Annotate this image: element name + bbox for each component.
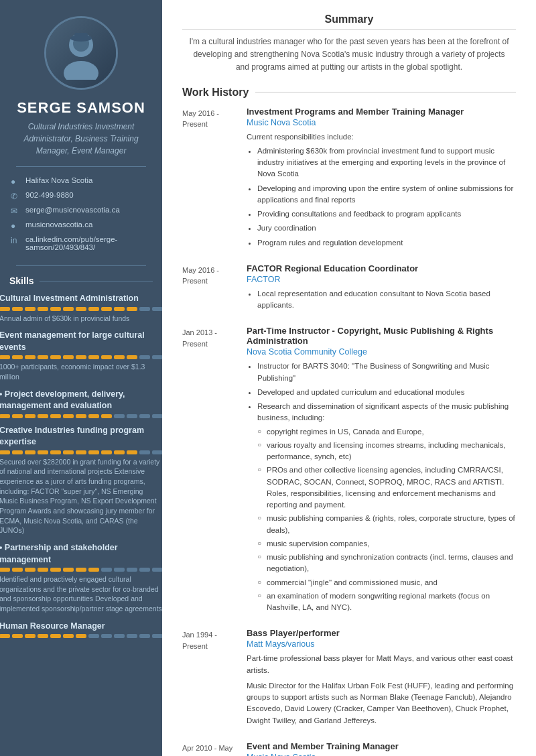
skill-item: • Project development, delivery, managem… bbox=[0, 389, 172, 418]
summary-heading: Summary bbox=[182, 13, 516, 30]
skill-bar-filled bbox=[63, 414, 74, 418]
job-sub-bullet-item: various royalty and licensing incomes st… bbox=[267, 440, 516, 463]
skill-bar-filled bbox=[38, 355, 48, 359]
skill-bar bbox=[0, 450, 163, 454]
skill-name: • Project development, delivery, managem… bbox=[0, 389, 163, 412]
job-bullet-item: Program rules and regulation development bbox=[257, 237, 516, 249]
job-bullets: Instructor for BARTS 3040: "The Business… bbox=[247, 361, 516, 613]
job-extra: Music Director for the Halifax Urban Fol… bbox=[247, 680, 516, 727]
skill-bar-filled bbox=[101, 414, 112, 418]
job-content: Bass Player/performerMatt Mays/variousPa… bbox=[247, 628, 516, 729]
skill-bar-empty bbox=[139, 634, 150, 638]
job-company: Matt Mays/various bbox=[247, 639, 516, 649]
skill-bar-empty bbox=[139, 414, 150, 418]
job-bullet-item: Instructor for BARTS 3040: "The Business… bbox=[257, 361, 516, 384]
skill-bar-empty bbox=[114, 634, 125, 638]
job-company: FACTOR bbox=[247, 275, 516, 284]
skill-description: Annual admin of $630k in provincial fund… bbox=[0, 314, 163, 324]
skill-description: 1000+ participants, economic impact over… bbox=[0, 362, 163, 381]
skill-bar-empty bbox=[139, 450, 150, 454]
skill-bar-filled bbox=[63, 634, 74, 638]
job-content: Part-Time Instructor - Copyright, Music … bbox=[247, 326, 516, 616]
skill-bar-filled bbox=[25, 414, 36, 418]
job-sub-bullet-item: copyright regimes in US, Canada and Euro… bbox=[267, 426, 516, 438]
jobs-list: May 2016 - PresentInvestment Programs an… bbox=[182, 107, 516, 756]
phone-icon: ✆ bbox=[11, 192, 20, 201]
job-content: Investment Programs and Member Training … bbox=[247, 107, 516, 251]
job-bullets: Local representation and education consu… bbox=[247, 288, 516, 312]
job-sub-bullet-item: music publishing and synchronization con… bbox=[267, 552, 516, 575]
skill-bar-filled bbox=[76, 568, 86, 572]
skill-bar-empty bbox=[101, 634, 112, 638]
skill-bar-empty bbox=[88, 634, 99, 638]
skill-bar bbox=[0, 568, 163, 572]
skill-bar-filled bbox=[114, 450, 125, 454]
job-date: Jan 1994 - Present bbox=[182, 628, 236, 729]
skill-bar-filled bbox=[12, 414, 23, 418]
skill-bar-filled bbox=[12, 307, 23, 311]
skill-name: Human Resource Manager bbox=[0, 621, 163, 633]
skill-bar-filled bbox=[76, 414, 86, 418]
skill-bar-empty bbox=[152, 634, 163, 638]
job-date: Apr 2010 - May 2016 bbox=[182, 741, 236, 756]
skill-bar bbox=[0, 414, 163, 418]
skill-bar-empty bbox=[152, 568, 163, 572]
contact-website[interactable]: ● musicnovascotia.ca bbox=[11, 220, 151, 231]
skill-item: Creative Industries funding program expe… bbox=[0, 425, 172, 536]
skill-bar-empty bbox=[114, 414, 125, 418]
sidebar: SERGE SAMSON Cultural Industries Investm… bbox=[0, 0, 162, 756]
job-company: Music Nova Scotia bbox=[247, 753, 516, 756]
skill-bar bbox=[0, 355, 163, 359]
skill-description: Identified and proactively engaged cultu… bbox=[0, 574, 163, 614]
divider-2 bbox=[16, 265, 146, 266]
skill-bar-filled bbox=[101, 307, 112, 311]
job-desc: Current responsibilities include: bbox=[247, 131, 516, 143]
skill-name: Event management for large cultural even… bbox=[0, 330, 163, 353]
skill-bar-filled bbox=[50, 450, 61, 454]
skill-bar-filled bbox=[25, 568, 36, 572]
skill-bar-filled bbox=[101, 450, 112, 454]
skill-bar-filled bbox=[76, 634, 86, 638]
job-company: Music Nova Scotia bbox=[247, 118, 516, 127]
job-bullets: Administering $630k from provincial inve… bbox=[247, 145, 516, 249]
web-icon: ● bbox=[11, 221, 20, 231]
skill-bar bbox=[0, 307, 163, 311]
skill-description: Secured over $282000 in grant funding fo… bbox=[0, 457, 163, 536]
skill-bar-filled bbox=[12, 355, 23, 359]
job-date: May 2016 - Present bbox=[182, 107, 236, 251]
skill-bar-filled bbox=[0, 450, 10, 454]
job-bullet-item: Providing consultations and feedback to … bbox=[257, 208, 516, 220]
job-entry: Jan 1994 - PresentBass Player/performerM… bbox=[182, 628, 516, 729]
skill-bar-filled bbox=[101, 355, 112, 359]
skills-list: Cultural Investment AdministrationAnnual… bbox=[0, 293, 172, 645]
skill-name: Creative Industries funding program expe… bbox=[0, 425, 163, 448]
skill-bar-filled bbox=[88, 450, 99, 454]
job-content: Event and Member Training ManagerMusic N… bbox=[247, 741, 516, 756]
job-entry: Apr 2010 - May 2016Event and Member Trai… bbox=[182, 741, 516, 756]
skill-bar-filled bbox=[38, 307, 48, 311]
skill-bar-empty bbox=[139, 307, 150, 311]
contact-linkedin[interactable]: in ca.linkedin.com/pub/serge-samson/20/4… bbox=[11, 235, 151, 251]
skill-bar-filled bbox=[50, 355, 61, 359]
main-content: Summary I'm a cultural industries manage… bbox=[162, 0, 536, 756]
skill-bar-empty bbox=[139, 355, 150, 359]
skill-bar-filled bbox=[88, 355, 99, 359]
skill-bar bbox=[0, 634, 163, 638]
skill-bar-filled bbox=[12, 634, 23, 638]
contact-email: ✉ serge@musicnovascotia.ca bbox=[11, 206, 151, 216]
skill-bar-filled bbox=[38, 450, 48, 454]
skill-bar-empty bbox=[152, 414, 163, 418]
job-content: FACTOR Regional Education CoordinatorFAC… bbox=[247, 263, 516, 314]
skill-bar-filled bbox=[50, 414, 61, 418]
job-sub-bullet-item: an examination of modern songwriting reg… bbox=[267, 590, 516, 614]
skill-bar-filled bbox=[127, 450, 137, 454]
skill-bar-empty bbox=[127, 568, 137, 572]
skill-bar-filled bbox=[88, 568, 99, 572]
summary-section: Summary I'm a cultural industries manage… bbox=[182, 13, 516, 74]
skill-bar-filled bbox=[0, 414, 10, 418]
skill-bar-filled bbox=[114, 307, 125, 311]
skill-bar-filled bbox=[50, 634, 61, 638]
skill-bar-filled bbox=[127, 355, 137, 359]
summary-text: I'm a cultural industries manager who fo… bbox=[182, 36, 516, 74]
skill-bar-filled bbox=[38, 568, 48, 572]
